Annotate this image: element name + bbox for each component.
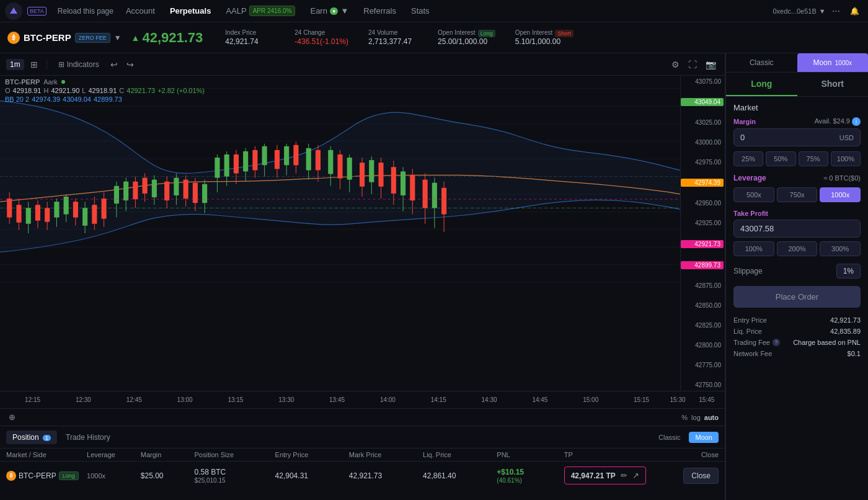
col-close: Close [665,451,719,458]
toolbar-divider [46,60,47,69]
nav-perpetuals[interactable]: Perpetuals [164,4,217,18]
tab-position[interactable]: Position 1 [6,431,57,444]
margin-input-row[interactable]: USD [733,128,861,146]
lev-500x-btn[interactable]: 500x [733,187,774,202]
price-tag-bb-middle: 42974.39 [681,179,724,187]
undo-icon[interactable]: ↩ [108,58,120,71]
market-symbol-selector[interactable]: ₿ BTC-PERP ZERO FEE ▼ [7,32,122,44]
profit-pct-buttons: 100% 200% 300% [733,241,861,256]
svg-rect-38 [114,186,119,203]
trading-fee-info-icon[interactable]: ? [773,339,780,346]
tp-input-row[interactable] [733,220,861,238]
profit-300-btn[interactable]: 300% [820,241,861,256]
take-profit-section: Take Profit 100% 200% 300% [733,210,861,256]
volume-stat: 24 Volume 2,713,377.47 [368,29,418,46]
nav-aalp[interactable]: AALP APR 2416.0% [219,3,301,19]
chart-settings-icon[interactable]: ⊞ [28,58,40,71]
leverage-buttons: 500x 750x 1000x [733,187,861,202]
notifications-button[interactable]: 🔔 [846,7,863,16]
price-tag-current: 42921.73 [681,240,724,248]
long-button[interactable]: Long [726,73,797,96]
close-position-button[interactable]: Close [683,468,719,484]
price-label-43025: 43025.00 [681,119,725,126]
lev-1000x-btn[interactable]: 1000x [820,187,861,202]
svg-rect-40 [123,182,128,200]
tab-trade-history[interactable]: Trade History [60,431,117,444]
svg-rect-78 [316,150,321,171]
svg-rect-84 [347,158,352,180]
reload-button[interactable]: Reload this page [54,6,117,17]
nav-referrals[interactable]: Referrals [357,4,402,18]
panel-moon-button[interactable]: Moon 1000x [797,53,869,72]
time-label-1245: 12:45 [126,396,142,403]
svg-rect-46 [152,180,157,197]
tp-edit-icon[interactable]: ✏ [621,471,627,480]
nav-earn[interactable]: Earn ● ▼ [304,4,355,18]
pct-100-btn[interactable]: 100% [831,151,861,166]
pct-25-btn[interactable]: 25% [733,151,763,166]
price-label-43075: 43075.00 [681,78,725,85]
col-liq: Liq. Price [423,451,497,458]
symbol-dropdown-icon[interactable]: ▼ [114,33,122,42]
fullscreen-icon[interactable]: ⛶ [686,58,699,71]
place-order-button[interactable]: Place Order [733,286,861,308]
chart-add-icon[interactable]: ⊕ [6,411,18,423]
more-options-button[interactable]: ··· [828,6,844,17]
col-entry: Entry Price [275,451,349,458]
svg-rect-66 [252,150,257,171]
beta-badge: BETA [27,7,46,16]
short-button[interactable]: Short [797,73,869,96]
order-info: Entry Price 42,921.73 Liq. Price 42,835.… [733,316,861,357]
change-value: -436.51(-1.01%) [294,37,348,46]
chart-auto-label[interactable]: auto [704,414,719,421]
tp-share-icon[interactable]: ↗ [632,471,639,480]
tp-input[interactable] [740,224,854,233]
pct-50-btn[interactable]: 50% [766,151,795,166]
time-label-1445: 14:45 [532,396,547,403]
pct-75-btn[interactable]: 75% [799,151,828,166]
table-row: ₿ BTC-PERP Long 1000x $25.00 0.58 BTC $2… [0,462,725,489]
position-count: 1 [43,435,51,441]
chart-pct-label[interactable]: % [681,414,688,421]
svg-rect-68 [262,146,267,165]
nav-account[interactable]: Account [120,4,161,18]
svg-rect-98 [423,180,428,208]
panel-classic-button[interactable]: Classic [726,53,797,72]
timeframe-1m[interactable]: 1m [6,59,24,70]
svg-rect-90 [378,163,383,187]
network-fee-row: Network Fee $0.1 [733,350,861,357]
chart-settings-gear-icon[interactable]: ⚙ [669,58,682,71]
classic-view-button[interactable]: Classic [652,432,686,443]
position-entry-price: 42,904.31 [275,471,349,480]
right-panel: Classic Moon 1000x Long Short Market Mar… [725,53,868,500]
position-btc-icon: ₿ [6,471,16,481]
nav-stats[interactable]: Stats [405,4,436,18]
order-type-label: Market [733,103,861,112]
position-liq-price: 42,861.40 [423,471,497,480]
profit-200-btn[interactable]: 200% [777,241,818,256]
lev-750x-btn[interactable]: 750x [777,187,818,202]
order-entry-price: 42,921.73 [830,316,861,324]
svg-rect-26 [54,202,59,217]
wallet-address[interactable]: 0xedc...0e51B ▼ [773,7,825,15]
avail-info-icon[interactable]: i [852,117,861,126]
chart-log-label[interactable]: log [691,414,701,421]
position-market: ₿ BTC-PERP Long [6,471,87,481]
profit-100-btn[interactable]: 100% [733,241,774,256]
volume-value: 2,713,377.47 [368,37,418,46]
price-tag-bb-upper: 43049.04 [681,98,724,106]
price-label-42975: 42975.00 [681,159,725,166]
margin-input[interactable] [740,133,839,142]
screenshot-icon[interactable]: 📷 [703,58,719,71]
chart-area: BTC-PERP Aark O 42918.91 H 42921.90 L 42… [0,76,725,391]
position-close-cell: Close [665,468,719,484]
moon-view-button[interactable]: Moon [689,432,719,443]
position-tp: 42,947.21 TP ✏ ↗ [564,467,665,484]
col-tp: TP [564,451,665,458]
main-layout: 1m ⊞ ⊞ Indicators ↩ ↪ ⚙ ⛶ 📷 BTC-PERP Aar… [0,53,868,500]
indicators-button[interactable]: ⊞ Indicators [53,59,104,70]
svg-rect-80 [328,150,333,174]
time-label-1345: 13:45 [329,396,345,403]
price-label-43000: 43000.00 [681,139,725,146]
redo-icon[interactable]: ↪ [124,58,136,71]
